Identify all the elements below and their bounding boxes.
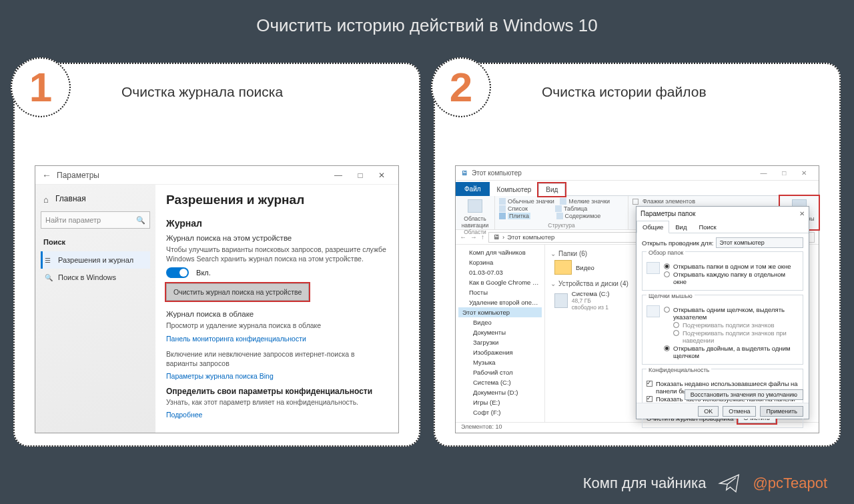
tree-item[interactable]: Изображения	[458, 347, 542, 357]
tree-item[interactable]: Игры (E:)	[458, 397, 542, 407]
drive-icon	[554, 293, 568, 308]
nav-pane-icon	[468, 199, 482, 213]
telegram-icon	[718, 472, 741, 495]
tree-item[interactable]: Рабочий стол	[458, 367, 542, 377]
nav-pane-button[interactable]: Область навигации	[460, 198, 490, 229]
more-link[interactable]: Подробнее	[166, 411, 388, 419]
layout-option[interactable]: Содержимое	[565, 213, 601, 219]
apply-button[interactable]: Применить	[760, 406, 803, 417]
history-toggle-row: Вкл.	[166, 267, 388, 278]
tree-item[interactable]: Видео	[458, 317, 542, 327]
settings-sidebar: Главная Найти параметр 🔍 Поиск Разрешени…	[35, 185, 155, 433]
select-value: Этот компьютер	[719, 239, 764, 246]
bing-params-link[interactable]: Параметры журнала поиска Bing	[166, 372, 388, 380]
layout-option-active[interactable]: Плитка	[508, 213, 530, 219]
window-buttons[interactable]: — □ ✕	[760, 169, 813, 177]
tree-item[interactable]: Документы	[458, 327, 542, 337]
toggle-label: Вкл.	[196, 269, 211, 277]
history-toggle[interactable]	[166, 267, 189, 278]
folder-item[interactable]: Видео	[554, 260, 614, 275]
settings-window: Параметры — □ ✕ Главная Найти параметр 🔍…	[35, 165, 399, 433]
layout-option[interactable]: Таблица	[564, 205, 587, 212]
tree-item[interactable]: Документы (D:)	[458, 387, 542, 397]
chevron-down-icon[interactable]: ⌄	[550, 250, 556, 257]
tree-item[interactable]: Софт (F:)	[458, 407, 542, 417]
ok-button[interactable]: OK	[698, 406, 719, 417]
drive-item[interactable]: Система (C:)48,7 ГБ свободно из 1	[554, 290, 614, 311]
back-icon[interactable]	[42, 170, 57, 181]
close-icon[interactable]: ✕	[799, 210, 805, 217]
layout-option[interactable]: Список	[508, 205, 528, 212]
sidebar-item-permissions[interactable]: Разрешения и журнал	[41, 251, 150, 269]
radio-label: Открывать двойным, а выделять одним щелч…	[673, 345, 799, 359]
dialog-tab-view[interactable]: Вид	[669, 221, 693, 233]
tab-file[interactable]: Файл	[456, 182, 490, 196]
radio-underline-always: Подчеркивать подписи значков	[673, 321, 799, 329]
pc-icon: 🖥	[461, 169, 468, 177]
history-heading: Журнал	[166, 218, 388, 229]
radio-new-window[interactable]: Открывать каждую папку в отдельном окне	[664, 271, 799, 285]
privacy-params-title: Определить свои параметры конфиденциальн…	[166, 387, 388, 396]
radio-single-click[interactable]: Открывать одним щелчком, выделять указат…	[664, 306, 799, 321]
dialog-titlebar: Параметры папок ✕	[636, 207, 809, 220]
radio-same-window[interactable]: Открывать папки в одном и том же окне	[664, 263, 799, 270]
tree-item[interactable]: Как в Google Chrome дава	[458, 277, 542, 287]
privacy-dashboard-link[interactable]: Панель мониторинга конфиденциальности	[166, 335, 388, 343]
tree-item[interactable]: Система (C:)	[458, 377, 542, 387]
nav-up-icon[interactable]: ↑	[481, 233, 484, 241]
explorer-window: 🖥 Этот компьютер — □ ✕ Файл Компьютер Ви…	[455, 165, 819, 433]
sidebar-search[interactable]: Найти параметр 🔍	[41, 211, 150, 229]
open-explorer-select[interactable]: Этот компьютер	[716, 237, 803, 248]
radio-label: Подчеркивать подписи значков при наведен…	[683, 329, 799, 344]
click-icon	[647, 305, 660, 317]
tree-item[interactable]: Музыка	[458, 357, 542, 367]
cancel-button[interactable]: Отмена	[723, 406, 756, 417]
sidebar-category: Поиск	[43, 238, 147, 246]
tree-item[interactable]: Загрузки	[458, 337, 542, 347]
tree-item[interactable]: Удаление второй операци	[458, 297, 542, 307]
device-history-desc: Чтобы улучшить варианты поисковых запрос…	[166, 245, 388, 263]
panel-1: 1 Очистка журнала поиска Параметры — □ ✕…	[13, 63, 420, 447]
tree-item[interactable]: Комп для чайников	[458, 247, 542, 257]
internet-search-desc: Включение или невключение запросов интер…	[166, 349, 388, 368]
ribbon-group-label: Структура	[499, 222, 624, 229]
layout-icon	[560, 198, 566, 205]
tree-item[interactable]: Корзина	[458, 257, 542, 267]
drive-label: Система (C:)	[572, 290, 614, 297]
layout-icon	[499, 205, 506, 212]
sidebar-item-search-windows[interactable]: Поиск в Windows	[41, 269, 150, 286]
home-label: Главная	[55, 194, 86, 203]
radio-underline-hover: Подчеркивать подписи значков при наведен…	[673, 329, 799, 344]
tree-item[interactable]: Посты	[458, 287, 542, 297]
search-placeholder: Найти параметр	[45, 216, 101, 224]
chevron-down-icon[interactable]: ⌄	[550, 280, 556, 287]
step-number-2: 2	[431, 57, 491, 117]
folder-options-dialog: Параметры папок ✕ Общие Вид Поиск Открыт…	[636, 206, 809, 419]
tab-computer[interactable]: Компьютер	[490, 183, 539, 196]
tree-item[interactable]: 01.03-07.03	[458, 267, 542, 277]
tree-item-this-pc[interactable]: Этот компьютер	[458, 307, 542, 317]
tab-view[interactable]: Вид	[538, 183, 565, 196]
panel-2: 2 Очистка истории файлов 🖥 Этот компьюте…	[434, 63, 841, 447]
window-buttons[interactable]: — □ ✕	[334, 171, 392, 180]
footer-handle[interactable]: @pcTeapot	[753, 475, 827, 492]
permissions-icon	[45, 256, 53, 264]
radio-label: Открывать каждую папку в отдельном окне	[673, 271, 799, 285]
dialog-tab-general[interactable]: Общие	[636, 221, 669, 233]
layout-option[interactable]: Мелкие значки	[568, 198, 610, 205]
dialog-tab-search[interactable]: Поиск	[693, 221, 722, 233]
sidebar-home[interactable]: Главная	[43, 194, 150, 203]
sidebar-item-label: Разрешения и журнал	[58, 256, 133, 264]
layout-option[interactable]: Обычные значки	[508, 198, 554, 205]
home-icon	[43, 195, 51, 203]
clear-device-history-button[interactable]: Очистить журнал поиска на устройстве	[166, 283, 309, 301]
nav-pane-label: Область навигации	[460, 215, 490, 229]
nav-back-icon[interactable]: ←	[460, 233, 466, 241]
nav-tree[interactable]: Комп для чайников Корзина 01.03-07.03 Ка…	[456, 245, 545, 422]
ribbon-group-nav: Область навигации Области	[456, 196, 495, 229]
cloud-history-title: Журнал поиска в облаке	[166, 310, 388, 318]
restore-defaults-button[interactable]: Восстановить значения по умолчанию	[685, 389, 803, 400]
checkbox-icon[interactable]	[632, 199, 638, 205]
nav-fwd-icon[interactable]: →	[470, 233, 477, 241]
radio-double-click[interactable]: Открывать двойным, а выделять одним щелч…	[664, 345, 799, 359]
